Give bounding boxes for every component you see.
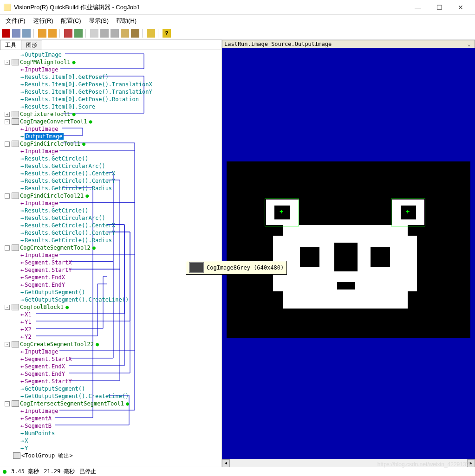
image-view[interactable]: + + [222, 48, 475, 459]
menu-run[interactable]: 运行(R) [29, 15, 57, 26]
tree-node-label: Segment.StartX [25, 356, 72, 362]
tree-node[interactable]: ←InputImage [0, 407, 221, 415]
tree-node[interactable]: →Results.Item[0].GetPose() [0, 73, 221, 81]
tool-icon-2[interactable] [22, 29, 31, 38]
tree-node[interactable]: ←InputImage [0, 148, 221, 155]
tree-expander[interactable]: - [5, 245, 10, 251]
help-icon[interactable]: ? [163, 29, 171, 38]
tree-node[interactable]: +CogFixtureTool1● [0, 110, 221, 118]
input-arrow-icon: ← [20, 371, 24, 377]
tool-icon-9[interactable] [111, 29, 119, 38]
tree-node[interactable]: -CogIntersectSegmentSegmentTool1● [0, 400, 221, 407]
tree-node[interactable]: ←X2 [0, 326, 221, 333]
tree-node[interactable]: →Results.GetCircle() [0, 155, 221, 162]
tree-node[interactable]: →GetOutputSegment() [0, 385, 221, 392]
tree-node-label: OutputImage [25, 51, 61, 58]
tool-icon-1[interactable] [12, 29, 20, 38]
scroll-left-icon[interactable]: ◄ [222, 459, 230, 467]
tree-node[interactable]: -CogImageConvertTool1● [0, 118, 221, 125]
tree-node[interactable]: →Results.GetCircle().CenterX [0, 222, 221, 229]
tree-node-label: OutputImage [25, 133, 63, 140]
tree-expander[interactable]: - [5, 60, 10, 65]
tree-node[interactable]: <ToolGroup 输出> [0, 452, 221, 459]
menu-file[interactable]: 文件(F) [2, 15, 29, 26]
minimize-button[interactable]: — [407, 1, 429, 14]
tree-node[interactable]: ←InputImage [0, 251, 221, 259]
tree-node[interactable]: →Results.GetCircle().CenterY [0, 229, 221, 237]
tree-node[interactable]: ←Segment.EndY [0, 370, 221, 378]
tree-node[interactable]: ←InputImage [0, 125, 221, 133]
tool-tree[interactable]: →OutputImage-CogPMAlignTool1●←InputImage… [0, 50, 221, 467]
tree-node[interactable]: →GetOutputSegment().CreateLine() [0, 392, 221, 400]
tree-node[interactable]: ←X1 [0, 311, 221, 318]
tree-node[interactable]: →Results.Item[0].Score [0, 103, 221, 110]
tool-icon-4[interactable] [48, 29, 57, 38]
tool-icon-7[interactable] [90, 29, 98, 38]
tree-node[interactable]: →OutputImage [0, 51, 221, 58]
tree-node[interactable]: ←SegmentB [0, 422, 221, 430]
status-dot-icon: ● [89, 118, 92, 125]
tree-node[interactable]: →Y [0, 444, 221, 452]
tool-icon-11[interactable] [131, 29, 139, 38]
tree-node[interactable]: -CogCreateSegmentTool2● [0, 244, 221, 251]
menu-config[interactable]: 配置(C) [57, 15, 85, 26]
output-arrow-icon: → [20, 89, 24, 95]
tree-node[interactable]: -CogToolBlock1● [0, 303, 221, 311]
tree-node[interactable]: →X [0, 437, 221, 444]
tree-node[interactable]: ←Y1 [0, 318, 221, 326]
tree-node[interactable]: →Results.GetCircle().CenterY [0, 177, 221, 185]
tree-node[interactable]: -CogPMAlignTool1● [0, 58, 221, 66]
tree-node[interactable]: →Results.Item[0].GetPose().TranslationX [0, 81, 221, 88]
tool-icon-5[interactable] [64, 29, 72, 38]
tree-expander[interactable]: - [5, 142, 10, 147]
tree-node[interactable]: ←Segment.EndX [0, 363, 221, 370]
menu-help[interactable]: 帮助(H) [112, 15, 140, 26]
tree-node[interactable]: ←Y2 [0, 333, 221, 341]
tool-icon-10[interactable] [121, 29, 129, 38]
menu-show[interactable]: 显示(S) [85, 15, 112, 26]
tree-node[interactable]: →Results.GetCircle() [0, 207, 221, 214]
tree-node[interactable]: ←Segment.StartX [0, 355, 221, 363]
tree-node[interactable]: ←InputImage [0, 199, 221, 207]
tree-node[interactable]: →Results.Item[0].GetPose().TranslationY [0, 88, 221, 96]
tree-node[interactable]: ←InputImage [0, 66, 221, 73]
image-source-dropdown[interactable]: LastRun.Image Source.OutputImage ⌄ [222, 40, 475, 48]
tree-expander[interactable]: - [5, 119, 10, 124]
tree-node-label: <ToolGroup 输出> [21, 452, 73, 460]
tree-expander[interactable]: - [5, 305, 10, 310]
tree-node[interactable]: →NumPoints [0, 430, 221, 437]
tree-node[interactable]: →Results.GetCircularArc() [0, 162, 221, 170]
tree-node[interactable]: →Results.GetCircularArc() [0, 214, 221, 222]
input-arrow-icon: ← [20, 415, 24, 422]
tree-node[interactable]: -CogCreateSegmentTool22● [0, 341, 221, 348]
tree-node[interactable]: →Results.GetCircle().CenterX [0, 170, 221, 177]
run-icon[interactable] [2, 29, 10, 38]
tree-node[interactable]: ←Segment.EndX [0, 274, 221, 281]
tree-node[interactable]: ←SegmentA [0, 415, 221, 422]
tree-node-label: Results.GetCircle().CenterX [25, 222, 115, 229]
tree-expander[interactable]: - [5, 193, 10, 199]
tree-node[interactable]: ←InputImage [0, 348, 221, 355]
tab-tools[interactable]: 工具 [0, 40, 21, 50]
tree-node[interactable]: →Results.GetCircle().Radius [0, 237, 221, 244]
tool-icon-3[interactable] [38, 29, 46, 38]
tool-icon-8[interactable] [100, 29, 109, 38]
close-button[interactable]: ✕ [450, 1, 471, 14]
tree-expander[interactable]: - [5, 401, 10, 406]
tree-node[interactable]: →Results.GetCircle().Radius [0, 185, 221, 192]
tree-node[interactable]: -CogFindCircleTool21● [0, 192, 221, 199]
tree-node[interactable]: ←Segment.StartY [0, 378, 221, 385]
tree-expander[interactable]: - [5, 342, 10, 347]
tool-icon-12[interactable] [147, 29, 155, 38]
tree-node-label: Results.GetCircularArc() [25, 215, 105, 221]
tree-node[interactable]: -CogFindCircleTool1● [0, 140, 221, 148]
tree-node[interactable]: →Results.Item[0].GetPose().Rotation [0, 96, 221, 103]
tool-icon-6[interactable] [74, 29, 83, 38]
tree-node[interactable]: ←Segment.EndY [0, 281, 221, 289]
tree-node[interactable]: →GetOutputSegment() [0, 289, 221, 296]
tab-graphics[interactable]: 图形 [21, 40, 42, 50]
maximize-button[interactable]: ☐ [429, 1, 450, 14]
tree-node[interactable]: →GetOutputSegment().CreateLine() [0, 296, 221, 303]
tree-expander[interactable]: + [5, 112, 10, 117]
tree-node[interactable]: →OutputImage [0, 133, 221, 140]
